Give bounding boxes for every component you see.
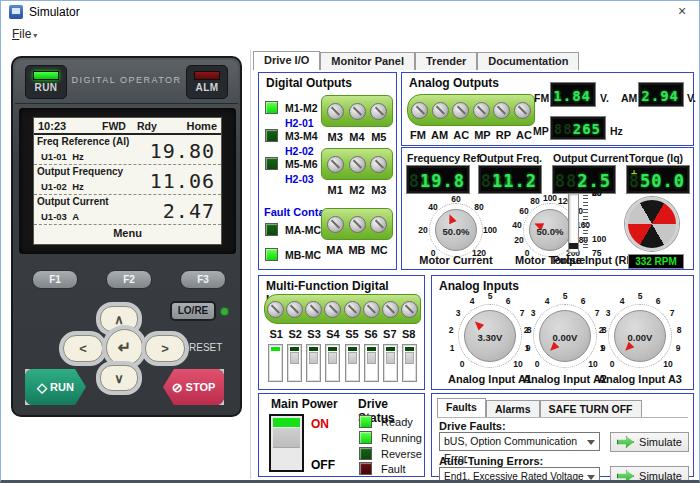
left-arrow-key[interactable]: < [63,335,103,362]
main-power-toggle[interactable] [269,414,304,472]
ma-mc-led [265,223,278,236]
output-current-label: Output Current [553,152,628,164]
knob-pointer-icon [533,220,543,230]
screw-icon [286,301,303,318]
knob-dial[interactable]: 50.0% [529,209,571,251]
rotation-disc-icon [625,197,679,251]
reverse-label: Reverse [381,448,422,460]
monitor-value: 19.80 [150,139,215,163]
output-m5-m6: M5-M6 [265,157,318,170]
lcd-screen: 10:23 FWD Rdy Home Freq Reference (AI) U… [33,117,222,245]
lcd-direction: FWD [102,120,126,132]
file-menu-caret-icon: ▾ [33,31,37,40]
app-icon [9,5,23,19]
s4-switch[interactable] [325,344,340,382]
h2-01-code: H2-01 [285,117,314,129]
monitor-code: U1-03 A [41,211,79,222]
ready-label: Ready [381,416,413,428]
digital-inputs-terminal-block [264,294,421,324]
m3-m4-label: M3-M4 [285,130,318,142]
screw-icon [514,102,531,119]
pulse-input-slider[interactable]: 1007550250 [568,193,618,255]
analog-input-a1-value: 3.30V [465,332,515,343]
digital-outputs-panel: Digital Outputs M1-M2 H2-01 M3-M4 H2-02 … [258,72,397,270]
monitor-value: 11.06 [150,169,215,193]
main-power-title: Main Power [271,397,338,411]
s1-switch[interactable] [268,344,283,382]
f1-button[interactable]: F1 [32,270,78,289]
toggle-on-indicator [273,418,300,427]
motor-current-value: 50.0% [436,226,476,237]
tab-monitor-panel[interactable]: Monitor Panel [320,52,415,70]
terminal-block-m123 [321,148,393,180]
knob-dial[interactable]: 0.00V [614,310,666,362]
enter-key[interactable]: ↵ [106,329,143,366]
status-ready: Ready [359,415,413,428]
right-arrow-key[interactable]: > [145,335,185,362]
fault-led [359,462,372,475]
tab-alarms[interactable]: Alarms [486,400,540,417]
tab-documentation[interactable]: Documentation [477,52,579,70]
mp-label: MP [533,125,549,137]
pulse-input-label: Pulse Input (RP) [550,254,640,266]
m5-m6-led [265,157,278,170]
lcd-row-freq-reference: Freq Reference (AI) U1-01 Hz 19.80 [34,135,221,165]
tab-drive-io[interactable]: Drive I/O [253,51,320,70]
s5-switch[interactable] [345,344,360,382]
close-icon[interactable]: × [665,1,699,23]
up-arrow-key[interactable]: ∧ [100,306,138,332]
window-title: Simulator [29,5,80,19]
tab-safe-turn-off[interactable]: SAFE TURN OFF [540,400,642,417]
alarm-led: ALM [186,65,228,99]
lcd-row-output-current: Output Current U1-03 A 2.47 [34,195,221,225]
terminal-block-m345 [321,95,393,127]
s7-switch[interactable] [383,344,398,382]
drive-faults-select[interactable]: bUS, Option Communication Error [439,432,600,451]
slider-handle[interactable] [569,243,578,249]
h2-02-code: H2-02 [285,145,314,157]
running-led [359,431,372,444]
knob-dial[interactable]: 0.00V [539,310,591,362]
lcd-ready-status: Rdy [137,120,157,132]
simulate-button-label: Simulate [639,436,682,448]
s6-switch[interactable] [364,344,379,382]
down-arrow-key[interactable]: ∨ [100,365,138,391]
run-button[interactable]: ◇ RUN [25,369,86,405]
fm-display: 88.881.84 [550,82,596,107]
alarm-led-light [194,71,220,80]
output-freq-label: Output Freq. [479,152,542,164]
screw-icon [452,102,469,119]
m1-m2-label: M1-M2 [285,102,318,114]
knob-dial[interactable]: 50.0% [435,209,477,251]
operator-header: RUN DIGITAL OPERATOR ALM [15,60,238,104]
m3-m4-led [265,129,278,142]
s3-switch[interactable] [306,344,321,382]
mb-mc-led [265,248,278,261]
lo-re-button[interactable]: LO/RE [170,301,216,321]
stop-button[interactable]: ⊘ STOP [163,369,224,405]
output-m1-m2: M1-M2 [265,101,318,114]
autotuning-errors-select[interactable]: End1, Excessive Rated Voltage Setting [439,467,600,483]
lcd-header: 10:23 FWD Rdy Home [34,118,221,135]
power-off-label: OFF [311,458,335,472]
tab-trender[interactable]: Trender [415,52,477,70]
file-menu[interactable]: File▾ [8,25,41,43]
analog-input-a3-knob[interactable]: 012345678910 0.00V [588,290,692,370]
fm-unit: V. [600,92,609,104]
toggle-handle[interactable] [273,428,300,448]
tab-faults[interactable]: Faults [437,398,486,417]
simulate-fault-button[interactable]: Simulate [610,432,689,452]
knob-pointer-icon [446,213,456,223]
s8-switch[interactable] [402,344,417,382]
dropdown-arrow-icon [587,475,595,480]
screw-icon [349,103,366,120]
knob-dial[interactable]: 3.30V [464,310,516,362]
s2-switch[interactable] [287,344,302,382]
status-fault: Fault [359,462,405,475]
f2-button[interactable]: F2 [106,270,152,289]
frequency-ref-label: Frequency Ref. [407,152,483,164]
f3-button[interactable]: F3 [180,270,226,289]
mb-mc-label: MB-MC [285,249,321,261]
analog-outputs-title: Analog Outputs [409,76,499,90]
simulate-autotuning-button[interactable]: Simulate [610,466,689,483]
